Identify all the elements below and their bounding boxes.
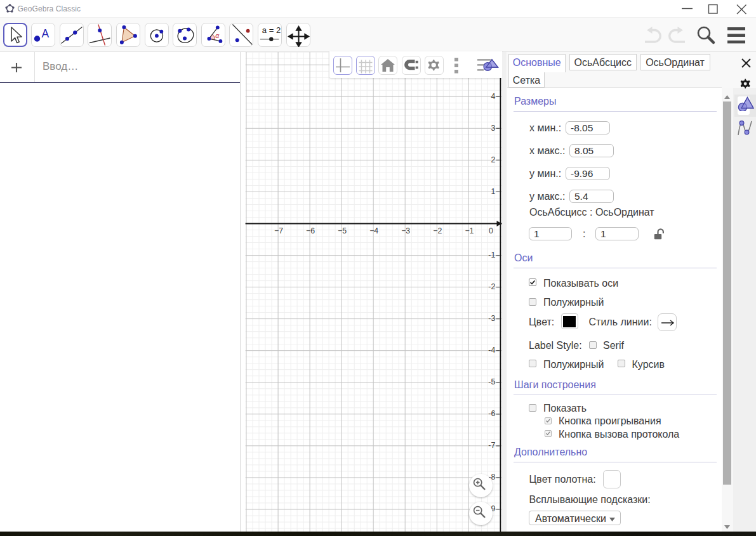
svg-text:-6: -6 [488,409,495,418]
svg-text:A: A [42,27,50,39]
svg-text:-1: -1 [488,251,495,259]
svg-text:3: 3 [491,124,495,133]
svg-text:−1: −1 [465,226,474,235]
svg-text:α: α [215,32,220,39]
svg-text:-7: -7 [488,441,495,450]
svg-text:4: 4 [491,92,495,101]
svg-text:a = 2: a = 2 [262,25,281,35]
svg-text:−2: −2 [433,226,442,235]
svg-text:−5: −5 [338,226,347,235]
svg-text:-3: -3 [488,314,495,323]
svg-text:1: 1 [491,187,495,196]
svg-text:0: 0 [489,226,493,235]
svg-text:2: 2 [491,155,495,164]
svg-text:−6: −6 [306,226,315,235]
svg-text:−3: −3 [401,226,410,235]
svg-text:−4: −4 [369,226,378,235]
svg-text:-2: -2 [488,282,495,291]
svg-text:-5: -5 [488,377,495,386]
svg-text:−7: −7 [274,226,283,235]
svg-text:-4: -4 [488,346,495,355]
